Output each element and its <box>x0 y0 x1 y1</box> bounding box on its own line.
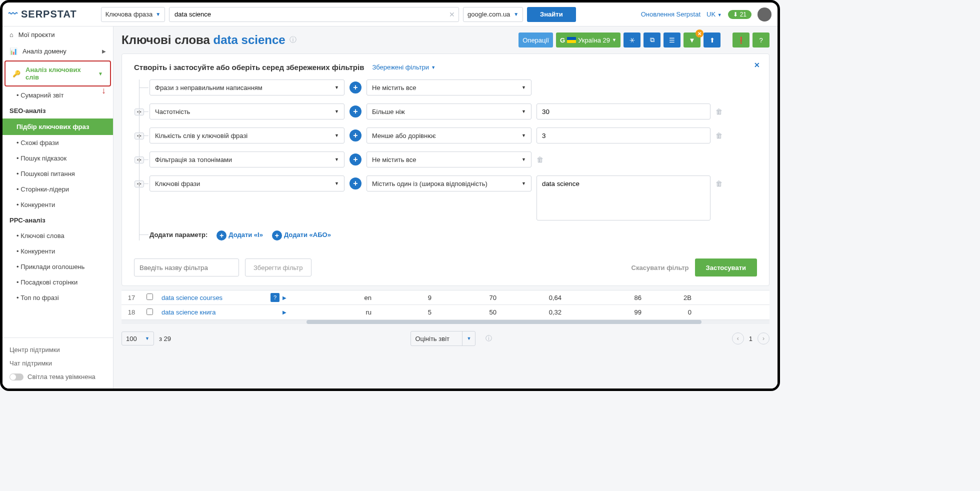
feedback-button[interactable]: ❗ <box>732 32 750 48</box>
sidebar-sub-summary[interactable]: • Сумарний звіт <box>2 88 113 103</box>
filter-button[interactable]: ▼ ✕ <box>684 32 700 48</box>
support-chat[interactable]: Чат підтримки <box>10 356 106 370</box>
filter-operator-select[interactable]: Не містить все▼ <box>366 80 532 96</box>
add-condition-button[interactable]: + <box>350 154 362 166</box>
close-icon[interactable]: ✕ <box>754 61 760 69</box>
downloads-badge[interactable]: ⬇ 21 <box>728 10 752 19</box>
toolbar-btn-1[interactable]: ⚹ <box>624 32 640 48</box>
add-condition-button[interactable]: + <box>350 130 362 142</box>
filter-param-select[interactable]: Фрази з неправильним написанням▼ <box>150 80 344 96</box>
filter-operator-select[interactable]: Менше або дорівнює▼ <box>366 128 532 144</box>
sidebar-seo-header: SEO-аналіз <box>2 103 113 118</box>
page-title: Ключові слова data science <box>122 33 286 47</box>
filter-param-select[interactable]: Ключові фрази▼ <box>150 176 344 192</box>
toolbar-btn-3[interactable]: ☰ <box>664 32 680 48</box>
trash-icon[interactable]: 🗑 <box>716 180 722 188</box>
support-center[interactable]: Центр підтримки <box>10 343 106 356</box>
sidebar-sub-selection[interactable]: Підбір ключових фраз <box>2 118 113 135</box>
filter-value-textarea[interactable]: data science <box>536 176 710 220</box>
trash-icon[interactable]: 🗑 <box>536 156 544 164</box>
filter-operator-select[interactable]: Не містить все▼ <box>366 152 532 168</box>
caret-down-icon: ▼ <box>522 85 526 90</box>
chevron-right-icon: ▶ <box>102 48 106 54</box>
info-icon[interactable]: ⓘ <box>486 334 492 343</box>
sidebar-sub-suggestions[interactable]: • Пошук підказок <box>2 150 113 166</box>
sidebar-sub-ppc-landing[interactable]: • Посадкові сторінки <box>2 274 113 290</box>
add-and-button[interactable]: +Додати «І» <box>216 228 263 240</box>
row-checkbox[interactable] <box>146 308 153 315</box>
filter-row: •|•Фільтрація за топонімами▼+Не містить … <box>150 152 757 168</box>
updates-link[interactable]: Оновлення Serpstat <box>641 10 700 18</box>
filter-param-select[interactable]: Кількість слів у ключовій фразі▼ <box>150 128 344 144</box>
sidebar-sub-ppc-keywords[interactable]: • Ключові слова <box>2 228 113 244</box>
play-icon[interactable]: ▶ <box>282 295 286 300</box>
scroll-thumb[interactable] <box>306 320 702 324</box>
export-button[interactable]: ⬆ <box>704 32 720 48</box>
logo[interactable]: 〰 SERPSTAT <box>8 8 77 20</box>
operations-button[interactable]: Операції <box>518 32 553 48</box>
filter-value-input[interactable] <box>536 128 710 144</box>
add-condition-button[interactable]: + <box>350 82 362 94</box>
data-cell: 70 <box>436 294 502 302</box>
trash-icon[interactable]: 🗑 <box>716 108 722 116</box>
sidebar-item-projects[interactable]: ⌂ Мої проєкти <box>2 26 113 43</box>
filter-param-select[interactable]: Частотність▼ <box>150 104 344 120</box>
logo-icon: 〰 <box>8 9 18 20</box>
theme-toggle[interactable]: Світла тема увімкнена <box>10 370 106 384</box>
play-icon[interactable]: ▶ <box>282 310 286 315</box>
add-condition-button[interactable]: + <box>350 178 362 190</box>
horizontal-scrollbar[interactable] <box>122 320 770 324</box>
find-button[interactable]: Знайти <box>527 7 576 22</box>
cancel-filter-button[interactable]: Скасувати фільтр <box>632 264 689 272</box>
country-select[interactable]: G Україна 29 ▼ <box>556 32 620 48</box>
caret-down-icon: ▼ <box>334 133 339 138</box>
per-page-select[interactable]: 100 ▼ <box>122 332 154 346</box>
sidebar-sub-toppages[interactable]: • Сторінки-лідери <box>2 182 113 197</box>
rate-report-select[interactable]: Оцініть звіт ▼ <box>410 331 476 346</box>
filter-operator-select[interactable]: Містить один із (широка відповідність)▼ <box>366 176 532 192</box>
avatar[interactable] <box>758 8 772 22</box>
sidebar-sub-related[interactable]: • Схожі фрази <box>2 135 113 150</box>
flag-icon <box>567 37 576 43</box>
search-mode-dropdown[interactable]: Ключова фраза ▼ <box>101 7 165 22</box>
close-badge-icon[interactable]: ✕ <box>696 30 704 38</box>
filter-param-select[interactable]: Фільтрація за топонімами▼ <box>150 152 344 168</box>
keyword-cell[interactable]: data science книга ▶ <box>156 308 292 316</box>
next-page-button[interactable]: › <box>758 332 770 344</box>
row-checkbox[interactable] <box>146 294 153 300</box>
download-icon: ⬇ <box>733 11 738 18</box>
sidebar-sub-questions[interactable]: • Пошукові питання <box>2 166 113 182</box>
filter-row: •|•Частотність▼+Більше ніж▼🗑 <box>150 104 757 120</box>
sidebar-sub-competitors[interactable]: • Конкуренти <box>2 197 113 212</box>
logo-text: SERPSTAT <box>21 8 77 20</box>
filter-name-input[interactable] <box>134 258 239 276</box>
add-or-button[interactable]: +Додати «АБО» <box>272 228 331 240</box>
help-button[interactable]: ? <box>752 32 770 48</box>
filter-value-input[interactable] <box>536 104 710 120</box>
saved-filters-link[interactable]: Збережені фільтри ▼ <box>372 64 436 71</box>
sidebar-item-keywords[interactable]: 🔑 Аналіз ключових слів ▼ ↓ <box>4 60 111 86</box>
sidebar-sub-ppc-competitors[interactable]: • Конкуренти <box>2 244 113 259</box>
save-filter-button[interactable]: Зберегти фільтр <box>245 258 312 276</box>
sidebar-item-domain[interactable]: 📊 Аналіз домену ▶ <box>2 43 113 60</box>
filter-operator-select[interactable]: Більше ніж▼ <box>366 104 532 120</box>
prev-page-button[interactable]: ‹ <box>732 332 744 344</box>
add-condition-button[interactable]: + <box>350 106 362 118</box>
caret-down-icon: ▼ <box>334 109 339 114</box>
sidebar-sub-ppc-top[interactable]: • Топ по фразі <box>2 290 113 306</box>
lang-select[interactable]: UK ▼ <box>706 10 722 18</box>
trash-icon[interactable]: 🗑 <box>716 132 722 140</box>
keyword-cell[interactable]: data science courses ? ▶ <box>156 293 292 302</box>
info-icon[interactable]: ⓘ <box>290 36 296 44</box>
current-page: 1 <box>749 335 752 342</box>
list-icon: ☰ <box>669 36 675 44</box>
toolbar-btn-2[interactable]: ⧉ <box>644 32 660 48</box>
clear-icon[interactable]: ✕ <box>449 10 455 18</box>
apply-filter-button[interactable]: Застосувати <box>695 258 757 276</box>
region-select[interactable]: google.com.ua ▼ <box>463 7 523 22</box>
sidebar-sub-ppc-ads[interactable]: • Приклади оголошень <box>2 259 113 274</box>
data-cell: 5 <box>376 308 436 316</box>
search-input[interactable] <box>169 7 459 22</box>
filter-row: •|•Ключові фрази▼+Містить один із (широк… <box>150 176 757 220</box>
sidebar: ⌂ Мої проєкти 📊 Аналіз домену ▶ 🔑 Аналіз… <box>2 26 114 388</box>
